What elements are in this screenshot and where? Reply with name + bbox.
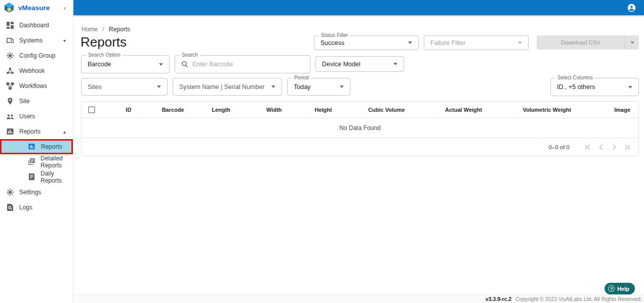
column-header-width: Width xyxy=(251,107,297,113)
search-icon xyxy=(181,61,188,68)
period-select[interactable]: Period Today xyxy=(287,78,350,96)
column-header-image: Image xyxy=(590,107,638,113)
gear-icon xyxy=(6,188,14,196)
log-search-icon xyxy=(6,203,14,211)
help-button[interactable]: ? Help xyxy=(605,283,635,294)
sidebar-item-dashboard[interactable]: Dashboard xyxy=(0,18,73,33)
column-header-actual-weight: Actual Weight xyxy=(423,107,504,113)
select-columns-select[interactable]: Select Columns ID., +5 others xyxy=(550,78,639,96)
last-page-button[interactable] xyxy=(621,141,633,153)
sidebar-subitem-daily-reports[interactable]: Daily Reports xyxy=(0,169,73,185)
sites-placeholder: Sites xyxy=(82,83,157,91)
chevron-down-icon xyxy=(408,41,412,44)
sidebar-subitem-detailed-reports[interactable]: Detailed Reports xyxy=(0,154,73,169)
period-value: Today xyxy=(288,83,340,91)
bar-chart-icon xyxy=(28,143,36,151)
system-name-placeholder: System Name | Serial Number xyxy=(173,83,271,91)
chevron-down-icon xyxy=(157,85,161,88)
column-header-barcode: Barcode xyxy=(155,107,191,113)
status-filter-value: Success xyxy=(314,39,408,47)
sidebar-item-label: Users xyxy=(19,113,73,120)
sidebar-item-label: Settings xyxy=(19,189,73,196)
question-mark-icon: ? xyxy=(608,285,615,292)
breadcrumb-current: Reports xyxy=(109,26,130,33)
app-window: vMeasure ‹ Dashboard Systems ▾ Config Gr… xyxy=(0,0,644,303)
sidebar-nav: Dashboard Systems ▾ Config Group Webhook… xyxy=(0,15,73,215)
download-csv-split-button: Download CSV xyxy=(537,35,639,50)
sidebar-collapse-icon[interactable]: ‹ xyxy=(64,4,69,12)
dashboard-icon xyxy=(6,21,14,29)
sidebar-item-users[interactable]: Users xyxy=(0,109,73,124)
brand-name: vMeasure xyxy=(18,4,64,12)
account-circle-icon[interactable] xyxy=(627,4,636,12)
sidebar: vMeasure ‹ Dashboard Systems ▾ Config Gr… xyxy=(0,0,73,303)
breadcrumb: Home / Reports xyxy=(82,26,130,33)
search-input[interactable] xyxy=(192,61,310,68)
system-name-select[interactable]: System Name | Serial Number xyxy=(173,78,282,96)
sidebar-subitem-reports[interactable]: Reports xyxy=(0,139,73,154)
search-option-select[interactable]: Search Option Barcode xyxy=(81,55,170,73)
bar-chart-icon xyxy=(6,127,14,136)
chevron-down-icon: ▾ xyxy=(63,38,66,44)
sidebar-item-config-group[interactable]: Config Group xyxy=(0,48,73,63)
reports-table: ID Barcode Length Width Height Cubic Vol… xyxy=(81,101,639,156)
first-page-button[interactable] xyxy=(582,141,594,153)
chevron-down-icon xyxy=(340,85,344,88)
chevron-down-icon xyxy=(271,85,275,88)
breadcrumb-separator: / xyxy=(102,26,104,33)
sites-select[interactable]: Sites xyxy=(81,78,168,96)
select-all-checkbox[interactable] xyxy=(88,106,95,113)
pagination-range: 0–0 of 0 xyxy=(548,144,570,150)
sidebar-item-label: Config Group xyxy=(19,52,73,59)
search-option-value: Barcode xyxy=(82,61,159,68)
chevron-down-icon xyxy=(393,63,397,65)
sidebar-item-label: Reports xyxy=(19,128,63,135)
sidebar-item-reports[interactable]: Reports ▴ xyxy=(0,124,73,139)
download-csv-menu-button[interactable] xyxy=(625,35,639,50)
chevron-down-icon xyxy=(630,41,634,44)
help-button-label: Help xyxy=(617,286,629,292)
top-app-bar xyxy=(73,0,644,15)
status-filter-select[interactable]: Status Filter Success xyxy=(314,35,419,50)
search-field: Search xyxy=(175,55,310,73)
sidebar-item-label: Systems xyxy=(19,37,63,44)
sidebar-item-logs[interactable]: Logs xyxy=(0,200,73,215)
previous-page-button[interactable] xyxy=(595,141,607,153)
main-area: Home / Reports Reports Status Filter Suc… xyxy=(73,0,644,303)
sidebar-item-webhook[interactable]: Webhook xyxy=(0,63,73,78)
pagination-bar: 0–0 of 0 xyxy=(82,138,638,156)
sidebar-subitem-label: Detailed Reports xyxy=(41,155,73,169)
people-icon xyxy=(6,112,14,120)
select-columns-value: ID., +5 others xyxy=(551,83,628,91)
sidebar-item-systems[interactable]: Systems ▾ xyxy=(0,33,73,48)
gear-icon xyxy=(6,52,14,60)
sidebar-item-label: Site xyxy=(19,98,73,105)
breadcrumb-home-link[interactable]: Home xyxy=(82,26,98,33)
failure-filter-select[interactable]: Failure Filter xyxy=(424,35,529,50)
sidebar-subitem-label: Reports xyxy=(41,143,62,150)
workflow-icon xyxy=(6,82,14,90)
next-page-button[interactable] xyxy=(608,141,620,153)
status-filter-label: Status Filter xyxy=(319,32,350,38)
download-csv-button[interactable]: Download CSV xyxy=(537,35,625,50)
table-header-row: ID Barcode Length Width Height Cubic Vol… xyxy=(82,102,638,118)
sidebar-header: vMeasure ‹ xyxy=(0,0,73,15)
chevron-up-icon: ▴ xyxy=(63,129,66,135)
select-all-cell xyxy=(82,106,102,113)
failure-filter-placeholder: Failure Filter xyxy=(424,39,518,47)
systems-icon xyxy=(6,36,14,45)
device-model-select[interactable]: Device Model xyxy=(315,56,404,72)
chevron-down-icon xyxy=(159,63,163,66)
sidebar-item-settings[interactable]: Settings xyxy=(0,185,73,200)
period-label: Period xyxy=(292,75,311,80)
chevron-down-icon xyxy=(628,86,632,89)
chevron-down-icon xyxy=(518,41,522,44)
stacked-documents-icon xyxy=(28,158,35,166)
select-columns-label: Select Columns xyxy=(555,75,595,80)
column-header-height: Height xyxy=(297,107,350,113)
sidebar-item-workflows[interactable]: Workflows xyxy=(0,78,73,94)
sidebar-item-site[interactable]: Site xyxy=(0,94,73,109)
column-header-cubic-volume: Cubic Volume xyxy=(350,107,423,113)
sidebar-item-label: Workflows xyxy=(19,82,73,90)
page-title: Reports xyxy=(80,34,127,50)
